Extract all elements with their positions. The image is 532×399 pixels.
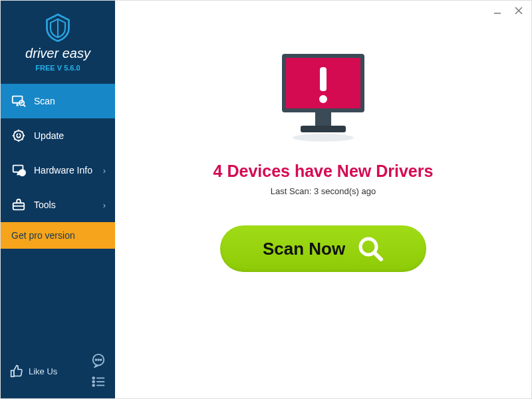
like-us-button[interactable]: Like Us	[10, 364, 57, 378]
close-button[interactable]	[513, 5, 525, 17]
sidebar-item-label: Update	[34, 130, 64, 141]
app-logo-icon	[43, 13, 72, 42]
get-pro-button[interactable]: Get pro version	[1, 222, 115, 249]
status-headline: 4 Devices have New Drivers	[213, 162, 434, 181]
brand-name: driver easy	[1, 46, 115, 61]
status-illustration	[270, 49, 376, 151]
svg-rect-31	[301, 126, 346, 132]
svg-point-21	[100, 359, 102, 360]
sidebar-nav: Scan Update i Hardware Info › Tools	[1, 84, 115, 249]
minimize-button[interactable]	[491, 5, 503, 17]
svg-point-34	[319, 95, 327, 103]
svg-rect-33	[320, 67, 327, 91]
magnifier-icon	[357, 235, 384, 262]
svg-rect-17	[11, 370, 14, 376]
logo-area: driver easy FREE V 5.6.0	[1, 1, 115, 78]
sidebar-item-scan[interactable]: Scan	[1, 84, 115, 118]
sidebar-footer-icons	[86, 353, 106, 389]
svg-point-19	[95, 359, 96, 360]
chevron-right-icon: ›	[103, 166, 106, 176]
sidebar-item-label: Scan	[34, 96, 55, 106]
svg-line-8	[23, 105, 25, 107]
scan-now-label: Scan Now	[263, 239, 345, 259]
sidebar-footer: Like Us	[1, 345, 115, 398]
svg-point-20	[98, 359, 99, 360]
svg-line-36	[374, 253, 381, 259]
window-controls	[491, 5, 525, 17]
scan-now-button[interactable]: Scan Now	[220, 225, 426, 272]
monitor-scan-icon	[11, 94, 26, 108]
svg-point-24	[92, 381, 94, 383]
feedback-icon[interactable]	[91, 353, 106, 368]
monitor-alert-icon	[270, 49, 376, 148]
like-us-label: Like Us	[29, 366, 57, 376]
svg-rect-30	[315, 112, 331, 126]
toolbox-icon	[11, 198, 26, 212]
sidebar-item-update[interactable]: Update	[1, 118, 115, 153]
sidebar-item-label: Tools	[34, 200, 56, 210]
svg-text:i: i	[21, 170, 23, 176]
version-label: FREE V 5.6.0	[35, 64, 80, 72]
svg-point-26	[92, 384, 94, 386]
sidebar-item-label: Hardware Info	[34, 165, 92, 176]
monitor-info-icon: i	[11, 163, 26, 178]
sidebar: driver easy FREE V 5.6.0 Scan Update i	[1, 1, 115, 398]
last-scan-text: Last Scan: 3 second(s) ago	[271, 186, 376, 196]
sidebar-item-hardware-info[interactable]: i Hardware Info ›	[1, 153, 115, 188]
svg-point-32	[293, 134, 354, 142]
app-window: driver easy FREE V 5.6.0 Scan Update i	[0, 0, 532, 399]
get-pro-label: Get pro version	[11, 230, 75, 241]
sidebar-item-tools[interactable]: Tools ›	[1, 188, 115, 222]
gear-download-icon	[11, 128, 26, 143]
svg-rect-4	[13, 96, 23, 103]
main-content: 4 Devices have New Drivers Last Scan: 3 …	[115, 1, 531, 398]
chevron-right-icon: ›	[103, 200, 106, 210]
thumbs-up-icon	[10, 364, 23, 378]
svg-point-22	[92, 377, 94, 379]
menu-list-icon[interactable]	[91, 374, 106, 389]
